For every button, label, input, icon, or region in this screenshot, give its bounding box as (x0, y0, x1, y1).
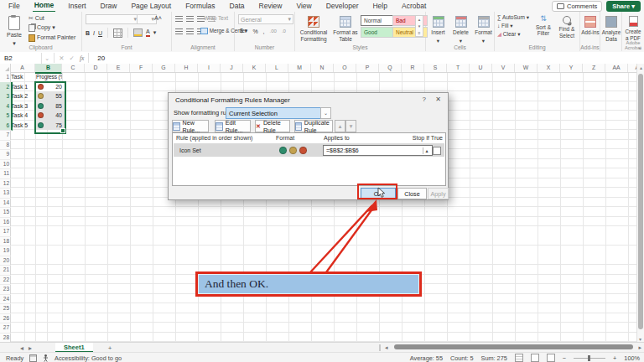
currency-button[interactable]: $ ▾ (240, 28, 247, 34)
column-header-E[interactable]: E (107, 64, 130, 72)
rule-row-icon-set[interactable]: Icon Set =$B$2:$B$6▴ (174, 143, 444, 157)
zoom-out-icon[interactable]: − (563, 354, 566, 362)
apply-button[interactable]: Apply (428, 188, 449, 199)
styles-gallery-scroll[interactable]: ▴▾≡ (415, 15, 423, 37)
column-header-Q[interactable]: Q (379, 64, 402, 72)
column-header-V[interactable]: V (492, 64, 515, 72)
font-color-button[interactable]: A (146, 28, 150, 37)
sort-filter-button[interactable]: ⇅ Sort & Filter (532, 13, 555, 37)
increase-decimal-button[interactable]: .00 (270, 28, 277, 34)
sheet-nav-left-icon[interactable]: ◂ (20, 344, 23, 352)
sheet-nav-right-icon[interactable]: ▸ (29, 344, 32, 352)
stop-if-true-checkbox[interactable] (433, 147, 441, 155)
tab-home[interactable]: Home (33, 0, 56, 13)
fill-color-button[interactable] (133, 28, 143, 37)
normal-view-icon[interactable] (515, 354, 523, 362)
accessibility-status[interactable]: Accessibility: Good to go (55, 354, 122, 362)
align-middle-button[interactable] (186, 16, 194, 22)
autosum-button[interactable]: ∑ AutoSum ▾ (497, 14, 529, 21)
borders-button[interactable] (113, 28, 122, 38)
column-header-Y[interactable]: Y (560, 64, 583, 72)
column-header-H[interactable]: H (175, 64, 198, 72)
close-button[interactable]: Close (397, 188, 427, 199)
applies-to-input[interactable]: =$B$2:$B$6▴ (323, 145, 433, 156)
row-headers[interactable]: 1234567891011121314151617181920212223242… (0, 72, 11, 342)
delete-rule-button[interactable]: ✕Delete Rule (255, 120, 290, 132)
tab-view[interactable]: View (294, 1, 313, 12)
column-header-M[interactable]: M (288, 64, 311, 72)
cell-A3[interactable]: Task 2 (11, 91, 35, 101)
column-header-D[interactable]: D (85, 64, 107, 72)
cell-A1[interactable]: Task (11, 72, 35, 82)
clear-button[interactable]: ◢ Clear ▾ (497, 31, 529, 38)
column-header-Z[interactable]: Z (583, 64, 605, 72)
scrollbar-splitter[interactable] (379, 344, 381, 351)
italic-button[interactable]: I (93, 30, 95, 36)
show-rules-combo[interactable]: Current Selection (226, 107, 322, 119)
column-header-C[interactable]: C (62, 64, 85, 72)
zoom-slider-knob[interactable] (588, 355, 590, 361)
zoom-slider[interactable] (574, 358, 605, 359)
collapse-ribbon-icon[interactable]: ⌄ (637, 44, 642, 51)
show-rules-combo-arrow-icon[interactable]: ⌄ (320, 107, 331, 119)
duplicate-rule-button[interactable]: Duplicate Rule (294, 120, 333, 132)
find-select-button[interactable]: Find & Select (555, 13, 579, 39)
number-format-combo[interactable]: General▾ (238, 14, 293, 24)
formula-input[interactable]: 20 (91, 54, 105, 62)
vertical-scroll-thumb[interactable] (638, 74, 643, 329)
align-left-button[interactable] (175, 28, 183, 34)
share-button[interactable]: Share ▾ (606, 1, 641, 12)
column-header-O[interactable]: O (334, 64, 356, 72)
font-name-combo[interactable]: ▾ (86, 14, 139, 24)
ok-button[interactable]: OK (361, 188, 396, 199)
style-swatch-normal[interactable]: Normal (361, 15, 396, 26)
delete-cells-button[interactable]: Delete▾ (450, 13, 471, 44)
scroll-up-icon[interactable]: ▴ (640, 65, 642, 70)
horizontal-scroll-thumb[interactable] (394, 344, 633, 349)
fill-button[interactable]: ↓ Fill ▾ (497, 23, 529, 29)
name-box[interactable]: B2 (0, 53, 42, 64)
cell-A5[interactable]: Task 4 (11, 111, 35, 121)
tab-data[interactable]: Data (228, 1, 247, 12)
align-top-button[interactable] (175, 16, 183, 22)
addins-button[interactable]: Add-ins (581, 13, 600, 36)
macro-record-icon[interactable] (29, 354, 37, 362)
percent-button[interactable]: % (252, 28, 257, 34)
column-header-R[interactable]: R (402, 64, 424, 72)
column-header-P[interactable]: P (356, 64, 379, 72)
copy-button[interactable]: Copy ▾ (29, 24, 75, 32)
fill-handle[interactable] (60, 128, 65, 133)
zoom-level[interactable]: 100% (624, 354, 640, 362)
column-header-F[interactable]: F (130, 64, 153, 72)
cell-A4[interactable]: Task 3 (11, 101, 35, 111)
column-headers[interactable]: ABCDEFGHIJKLMNOPQRSTUVWXYZAAABAC (0, 64, 636, 73)
dialog-close-icon[interactable]: ✕ (435, 96, 441, 103)
insert-function-icon[interactable]: fx (77, 54, 86, 62)
column-header-T[interactable]: T (447, 64, 470, 72)
column-header-G[interactable]: G (153, 64, 175, 72)
row-header-28[interactable]: 28 (0, 333, 11, 343)
conditional-formatting-button[interactable]: Conditional Formatting (297, 13, 330, 42)
column-header-N[interactable]: N (311, 64, 334, 72)
grow-font-button[interactable]: A˄ (154, 15, 162, 21)
style-swatch-good[interactable]: Good (361, 27, 396, 38)
bold-button[interactable]: B (86, 30, 90, 36)
column-header-K[interactable]: K (243, 64, 266, 72)
paste-button[interactable]: Paste▾ (3, 13, 25, 46)
column-header-W[interactable]: W (515, 64, 538, 72)
column-header-L[interactable]: L (266, 64, 288, 72)
column-header-X[interactable]: X (538, 64, 560, 72)
insert-cells-button[interactable]: Insert▾ (428, 13, 449, 44)
column-header-J[interactable]: J (221, 64, 243, 72)
column-header-B[interactable]: B (35, 64, 62, 74)
range-picker-icon[interactable]: ▴ (423, 147, 430, 154)
tab-developer[interactable]: Developer (325, 1, 361, 12)
page-break-view-icon[interactable] (547, 354, 555, 362)
comments-button[interactable]: Comments (552, 1, 602, 12)
tab-acrobat[interactable]: Acrobat (400, 1, 428, 12)
hscroll-right-icon[interactable]: ▸ (638, 344, 641, 351)
name-box-dropdown-icon[interactable]: ⌄ (42, 54, 52, 62)
cancel-icon[interactable]: ✕ (56, 54, 66, 62)
wrap-text-button[interactable]: Wrap Text (204, 15, 228, 21)
new-rule-button[interactable]: New Rule... (172, 120, 209, 132)
